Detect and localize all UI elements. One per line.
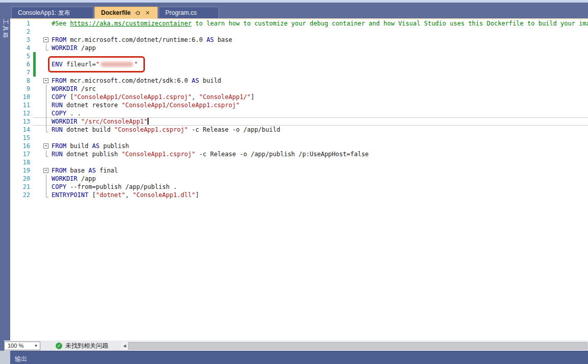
code-text: FROM build AS publish [52,142,588,150]
code-line[interactable]: 11RUN dotnet restore "ConsoleApp1/Consol… [10,101,588,109]
code-text [52,158,588,166]
tab-dockerfile[interactable]: Dockerfile ✕ [94,7,158,18]
code-line[interactable]: 16FROM build AS publish [10,142,588,150]
zoom-level-value: 100 % [5,343,32,349]
code-line[interactable]: 21COPY --from=publish /app/publish . [10,183,588,191]
code-line[interactable]: 8FROM mcr.microsoft.com/dotnet/sdk:6.0 A… [10,77,588,85]
zoom-level-dropdown[interactable]: 100 % ▾ [4,342,40,350]
code-text: COPY --from=publish /app/publish . [52,183,588,191]
line-number: 5 [10,52,33,60]
code-text: WORKDIR /app [52,175,588,183]
code-text: WORKDIR /app [52,44,588,52]
line-number: 7 [10,68,33,77]
horizontal-scrollbar[interactable]: ◀ [121,342,588,350]
line-number: 9 [10,85,33,93]
fold-guide-line [46,85,46,93]
line-number: 20 [10,175,33,183]
chevron-down-icon: ▾ [32,343,40,348]
code-text [52,134,588,142]
code-text: WORKDIR "/src/ConsoleApp1" [52,117,588,126]
code-line[interactable]: 19FROM base AS final [10,166,588,175]
code-line[interactable]: 4WORKDIR /app [10,44,588,52]
code-editor[interactable]: 1#See https://aka.ms/customizecontainer … [10,19,588,341]
code-line[interactable]: 15 [10,134,588,142]
fold-collapse-icon[interactable] [43,168,48,173]
fold-collapse-icon[interactable] [43,143,48,149]
line-number: 1 [10,19,33,28]
line-number: 16 [10,142,33,150]
code-line[interactable]: 12COPY . . [10,109,588,117]
document-health-indicator[interactable]: ✓ 未找到相关问题 [56,342,108,350]
line-number: 18 [10,158,33,166]
close-icon[interactable]: ✕ [144,9,151,16]
line-number: 17 [10,150,33,158]
code-text [52,52,588,60]
line-number: 6 [10,60,33,68]
fold-guide-line [46,191,46,198]
fold-guide-line [46,150,46,157]
line-number: 15 [10,134,33,142]
fold-guide-line [46,175,46,183]
code-text: RUN dotnet publish "ConsoleApp1.csproj" … [52,150,588,158]
code-lines: 1#See https://aka.ms/customizecontainer … [10,19,588,199]
text-caret [148,118,149,125]
check-circle-icon: ✓ [56,343,62,349]
code-text: COPY ["ConsoleApp1/ConsoleApp1.csproj", … [52,93,588,101]
scroll-left-icon[interactable]: ◀ [121,344,128,348]
tab-program-cs[interactable]: Program.cs [159,7,219,18]
line-number: 21 [10,183,33,191]
code-line[interactable]: 6ENV fileurl="" [10,60,588,68]
code-line[interactable]: 20WORKDIR /app [10,175,588,183]
pin-icon[interactable] [134,9,141,16]
code-text: COPY . . [52,109,588,117]
code-line[interactable]: 2 [10,28,588,36]
code-text: RUN dotnet restore "ConsoleApp1/ConsoleA… [52,101,588,109]
code-text: ENTRYPOINT ["dotnet", "ConsoleApp1.dll"] [52,191,588,199]
line-number: 4 [10,44,33,52]
redacted-value [101,62,133,67]
line-number: 22 [10,191,33,199]
code-text: #See https://aka.ms/customizecontainer t… [52,19,588,28]
comment-hyperlink: https://aka.ms/customizecontainer [70,20,191,27]
code-line[interactable]: 10COPY ["ConsoleApp1/ConsoleApp1.csproj"… [10,93,588,101]
document-tab-bar: ConsoleApp1: 发布 Dockerfile ✕ Program.cs [10,3,588,18]
left-dock-bar: 工具箱 [0,3,10,351]
line-number: 13 [10,117,33,126]
line-number: 2 [10,28,33,36]
code-line[interactable]: 5 [10,52,588,60]
health-text: 未找到相关问题 [65,342,108,350]
change-bar [33,60,36,68]
code-line[interactable]: 7 [10,68,588,77]
line-number: 11 [10,101,33,109]
vs-window: 工具箱 ConsoleApp1: 发布 Dockerfile ✕ Program… [0,0,588,364]
tab-consoleapp1-publish[interactable]: ConsoleApp1: 发布 [11,7,93,18]
code-text: RUN dotnet build "ConsoleApp1.csproj" -c… [52,126,588,134]
code-text [52,68,588,77]
scrollbar-thumb[interactable] [128,342,587,350]
code-line[interactable]: 9WORKDIR /src [10,85,588,93]
fold-guide-line [46,101,46,109]
fold-guide-line [46,183,46,191]
code-text [52,28,588,36]
fold-guide-line [46,93,46,101]
fold-guide-line [46,44,46,51]
editor-bottom-bar: 100 % ▾ ✓ 未找到相关问题 ◀ [4,341,588,351]
change-bar [33,68,36,77]
code-line[interactable]: 1#See https://aka.ms/customizecontainer … [10,19,588,28]
code-line[interactable]: 3FROM mcr.microsoft.com/dotnet/runtime:6… [10,36,588,44]
code-text: FROM base AS final [52,166,588,175]
code-line[interactable]: 17RUN dotnet publish "ConsoleApp1.csproj… [10,150,588,158]
change-bar [33,52,36,60]
fold-collapse-icon[interactable] [43,37,48,42]
output-panel-header[interactable]: 输出 [10,351,588,364]
code-line[interactable]: 14RUN dotnet build "ConsoleApp1.csproj" … [10,126,588,134]
code-line[interactable]: 18 [10,158,588,166]
fold-collapse-icon[interactable] [43,78,48,83]
code-line[interactable]: 13WORKDIR "/src/ConsoleApp1" [10,117,588,126]
code-text: FROM mcr.microsoft.com/dotnet/runtime:6.… [52,36,588,44]
code-line[interactable]: 22ENTRYPOINT ["dotnet", "ConsoleApp1.dll… [10,191,588,199]
tab-label: Dockerfile [101,9,131,16]
line-number: 19 [10,166,33,175]
toolbox-vertical-tab[interactable]: 工具箱 [2,8,9,51]
line-number: 10 [10,93,33,101]
